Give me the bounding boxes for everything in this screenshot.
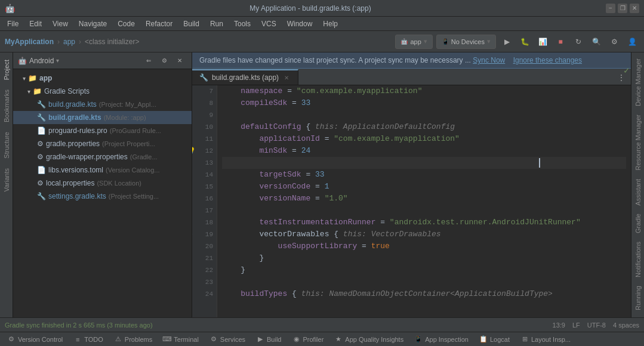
- running-tab[interactable]: Running: [633, 282, 643, 314]
- app-quality-btn[interactable]: ★ App Quality Insights: [329, 333, 408, 346]
- code-editor: 7 8 9 10 11 💡 12 13 14 15 16 17 18 ▸ 19: [192, 85, 631, 317]
- left-side-tabs: Project Bookmarks Structure Variants: [0, 52, 13, 317]
- terminal-icon: ⌨: [163, 335, 171, 344]
- menu-item-navigate[interactable]: Navigate: [74, 18, 112, 29]
- tree-item-libs-versions[interactable]: 📄 libs.versions.toml (Version Catalog...: [13, 163, 192, 177]
- run-button[interactable]: ▶: [500, 35, 514, 49]
- logcat-icon: 📋: [479, 335, 488, 344]
- layout-inspector-btn[interactable]: ⊞ Layout Insp...: [516, 333, 575, 346]
- todo-btn[interactable]: ≡ TODO: [69, 333, 108, 346]
- title-bar: 🤖 My Application - build.gradle.kts (:ap…: [0, 0, 644, 17]
- code-line-11: applicationId = "com.example.myapplicati…: [222, 133, 626, 145]
- build-btn[interactable]: ▶ Build: [251, 333, 286, 346]
- menu-item-tools[interactable]: Tools: [229, 18, 255, 29]
- menu-item-view[interactable]: View: [48, 18, 73, 29]
- code-line-23: [222, 276, 626, 288]
- maximize-button[interactable]: ❐: [618, 4, 627, 13]
- notification-banner: Gradle files have changed since last pro…: [192, 52, 631, 69]
- android-chevron[interactable]: ▾: [56, 57, 59, 64]
- bulb-icon[interactable]: 💡: [192, 145, 196, 157]
- structure-tab[interactable]: Structure: [1, 127, 12, 163]
- menu-item-build[interactable]: Build: [178, 18, 204, 29]
- notifications-tab[interactable]: Notifications: [633, 238, 643, 281]
- user-button[interactable]: 👤: [625, 35, 639, 49]
- bookmarks-tab[interactable]: Bookmarks: [1, 85, 12, 127]
- sync-button[interactable]: ↻: [571, 35, 586, 49]
- sync-now-link[interactable]: Sync Now: [473, 56, 505, 64]
- line-17: 17: [196, 205, 213, 217]
- tree-item-gradle-scripts[interactable]: ▾ 📁 Gradle Scripts: [13, 85, 192, 98]
- tree-item-gradle-wrapper[interactable]: ⚙ gradle-wrapper.properties (Gradle...: [13, 150, 192, 163]
- tree-item-proguard[interactable]: 📄 proguard-rules.pro (ProGuard Rule...: [13, 124, 192, 137]
- stop-button[interactable]: ■: [553, 35, 568, 49]
- services-btn[interactable]: ⚙ Services: [205, 333, 250, 346]
- menu-item-window[interactable]: Window: [282, 18, 318, 29]
- tree-item-gradle-properties[interactable]: ⚙ gradle.properties (Project Properti...: [13, 137, 192, 150]
- code-line-20: useSupportLibrary = true: [222, 240, 626, 252]
- sync-status-check: ✓: [623, 66, 630, 75]
- gradle-file-icon: 🔧: [37, 192, 46, 200]
- close-button[interactable]: ✕: [630, 4, 639, 13]
- project-tab[interactable]: Project: [1, 55, 12, 85]
- close-panel-button[interactable]: ✕: [172, 54, 187, 68]
- line-22: 22: [196, 264, 213, 276]
- menu-item-refactor[interactable]: Refactor: [141, 18, 177, 29]
- build-icon: ▶: [256, 335, 264, 344]
- tab-bar: 🔧 build.gradle.kts (app) ✕ ⋮: [192, 69, 631, 85]
- version-control-btn[interactable]: ⚙ Version Control: [2, 333, 67, 346]
- tab-label: build.gradle.kts (app): [212, 73, 279, 82]
- problems-btn[interactable]: ⚠ Problems: [109, 333, 157, 346]
- build-gradle-tab[interactable]: 🔧 build.gradle.kts (app) ✕: [192, 69, 298, 85]
- line-24: 24: [196, 288, 213, 300]
- profiler-btn[interactable]: ◉ Profiler: [288, 333, 329, 346]
- menu-item-file[interactable]: File: [2, 18, 23, 29]
- line-20: 20: [196, 240, 213, 252]
- logcat-btn[interactable]: 📋 Logcat: [474, 333, 514, 346]
- terminal-btn[interactable]: ⌨ Terminal: [158, 333, 204, 346]
- resource-manager-tab[interactable]: Resource Manager: [633, 111, 643, 174]
- menu-item-help[interactable]: Help: [318, 18, 343, 29]
- tree-item-local-properties[interactable]: ⚙ local.properties (SDK Location): [13, 177, 192, 190]
- no-devices-dropdown[interactable]: 📱 No Devices ▾: [436, 35, 496, 49]
- bottom-toolbar: ⚙ Version Control ≡ TODO ⚠ Problems ⌨ Te…: [0, 332, 644, 346]
- code-line-15: versionCode = 1: [222, 181, 626, 193]
- variants-tab[interactable]: Variants: [1, 163, 12, 197]
- line-13: 13: [196, 157, 213, 169]
- toml-file-icon: 📄: [37, 166, 46, 174]
- menu-item-run[interactable]: Run: [205, 18, 228, 29]
- toolbar: MyApplication › app › <class initializer…: [0, 31, 644, 52]
- menu-item-vcs[interactable]: VCS: [257, 18, 281, 29]
- title-bar-controls: − ❐ ✕: [606, 4, 639, 13]
- tab-icon: 🔧: [199, 73, 208, 82]
- code-line-21: }: [222, 252, 626, 264]
- menu-item-edit[interactable]: Edit: [24, 18, 47, 29]
- properties-icon: ⚙: [37, 179, 44, 187]
- tab-close-button[interactable]: ✕: [282, 73, 291, 82]
- minimize-button[interactable]: −: [606, 4, 615, 13]
- code-line-13: [222, 157, 626, 169]
- tree-item-app[interactable]: ▾ 📁 app: [13, 72, 192, 85]
- app-selector[interactable]: 🤖 app ▾: [395, 35, 432, 49]
- assistant-tab[interactable]: Assistant: [633, 175, 643, 209]
- code-content[interactable]: namespace = "com.example.myapplication" …: [217, 85, 631, 317]
- settings-tree-button[interactable]: ⚙: [157, 54, 171, 68]
- profiler-icon: ◉: [292, 335, 301, 344]
- search-button[interactable]: 🔍: [589, 35, 603, 49]
- ignore-changes-link[interactable]: Ignore these changes: [513, 56, 582, 64]
- project-name[interactable]: MyApplication: [5, 38, 54, 46]
- menu-item-code[interactable]: Code: [113, 18, 140, 29]
- fold-arrow[interactable]: ▸: [192, 228, 193, 240]
- debug-button[interactable]: 🐛: [517, 35, 532, 49]
- device-manager-tab[interactable]: Device Manager: [633, 55, 643, 110]
- collapse-all-button[interactable]: ⇐: [141, 54, 156, 68]
- tree-item-build-gradle-module[interactable]: 🔧 build.gradle.kts (Module: :app): [13, 111, 192, 124]
- profile-button[interactable]: 📊: [535, 35, 550, 49]
- tree-item-settings-gradle[interactable]: 🔧 settings.gradle.kts (Project Setting..…: [13, 190, 192, 203]
- settings-button[interactable]: ⚙: [607, 35, 621, 49]
- module-name[interactable]: app: [63, 38, 75, 46]
- class-path: <class initializer>: [85, 38, 139, 46]
- gradle-tab[interactable]: Gradle: [633, 210, 643, 237]
- tree-item-build-gradle-project[interactable]: 🔧 build.gradle.kts (Project: My_Appl...: [13, 98, 192, 111]
- line-9: 9: [196, 109, 213, 121]
- app-inspection-btn[interactable]: 📱 App Inspection: [409, 333, 473, 346]
